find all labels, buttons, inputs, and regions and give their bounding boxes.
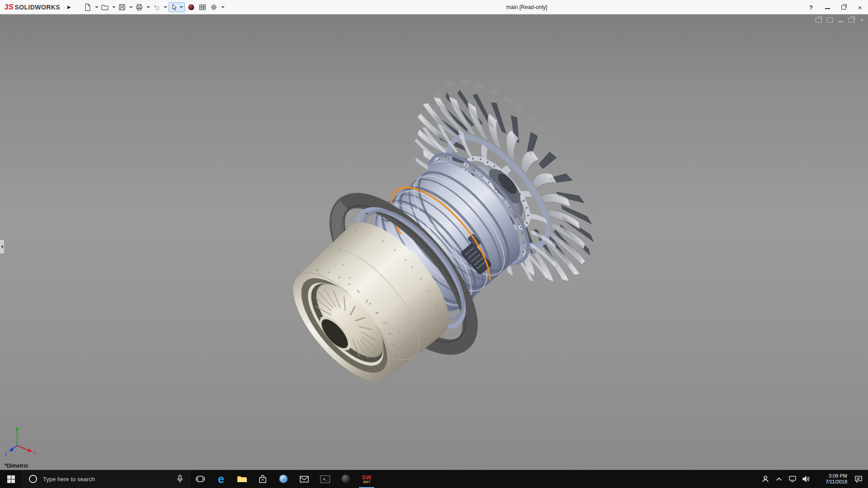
main-toolbar <box>83 2 225 12</box>
graphics-viewport[interactable]: × Y X Z *Dimetric <box>0 14 868 470</box>
select-tool-button[interactable] <box>169 2 185 12</box>
clock-date: 7/11/2018 <box>813 479 847 485</box>
people-button[interactable] <box>759 470 772 488</box>
doc-close-icon[interactable]: × <box>860 17 863 23</box>
taskbar-browser-ball[interactable] <box>273 470 294 488</box>
window-controls: ? × <box>803 0 868 14</box>
people-icon <box>761 475 769 483</box>
command-prompt-icon: >_ <box>320 475 330 483</box>
logo-wordmark: SOLIDWORKS <box>15 4 60 11</box>
cortana-icon <box>28 474 38 483</box>
taskbar-clock[interactable]: 3:09 PM 7/11/2018 <box>813 470 849 488</box>
jet-engine-model[interactable] <box>245 55 631 433</box>
tile-window-icon[interactable] <box>827 18 833 23</box>
taskbar-edge[interactable]: e <box>211 470 231 488</box>
search-input[interactable]: Type here to search <box>43 476 171 483</box>
action-center-button[interactable] <box>849 470 868 488</box>
action-center-icon <box>854 475 863 483</box>
print-button[interactable] <box>134 2 144 12</box>
open-button[interactable] <box>100 2 110 12</box>
file-explorer-icon <box>237 475 247 483</box>
network-icon <box>788 475 797 483</box>
options-dropdown[interactable] <box>221 6 225 8</box>
taskbar-store[interactable] <box>252 470 273 488</box>
restore-button[interactable] <box>835 0 852 14</box>
mail-icon <box>300 476 309 483</box>
options-gear-button[interactable] <box>209 2 219 12</box>
undo-button[interactable] <box>151 2 161 12</box>
windows-taskbar: Type here to search e <box>0 470 868 488</box>
taskbar-search[interactable]: Type here to search <box>22 470 190 488</box>
model-canvas[interactable] <box>0 14 868 470</box>
undo-dropdown[interactable] <box>164 6 167 8</box>
appearance-sphere-button[interactable] <box>186 2 196 12</box>
solidworks-app-icon: SW <box>362 475 372 480</box>
triad-x-label: X <box>33 451 36 455</box>
start-button[interactable] <box>0 470 22 488</box>
volume-icon <box>802 475 810 483</box>
dark-sphere-icon <box>341 474 351 484</box>
microphone-icon[interactable] <box>177 475 183 483</box>
triad-z-label: Z <box>5 452 7 456</box>
hidden-icons-button[interactable] <box>772 470 786 488</box>
help-button[interactable]: ? <box>803 0 819 14</box>
document-window-controls: × <box>816 17 863 23</box>
task-view-icon <box>196 475 205 483</box>
triad-y-label: Y <box>20 426 23 430</box>
print-dropdown[interactable] <box>146 6 150 8</box>
store-icon <box>259 475 267 483</box>
volume-button[interactable] <box>799 470 813 488</box>
orientation-triad: Y X Z <box>3 422 41 457</box>
system-tray: 3:09 PM 7/11/2018 <box>759 470 868 488</box>
new-window-icon[interactable] <box>816 18 821 23</box>
network-button[interactable] <box>786 470 799 488</box>
task-view-button[interactable] <box>190 470 211 488</box>
dassault-logo-icon: 3S <box>5 3 14 11</box>
close-button[interactable]: × <box>852 0 868 14</box>
edge-icon: e <box>218 474 224 485</box>
save-dropdown[interactable] <box>129 6 133 8</box>
expand-menu-arrow-icon[interactable]: ▶ <box>67 5 71 9</box>
design-table-button[interactable] <box>198 2 208 12</box>
doc-minimize-icon[interactable] <box>838 21 843 22</box>
view-orientation-label: *Dimetric <box>5 463 28 469</box>
new-document-dropdown[interactable] <box>95 6 99 8</box>
browser-ball-icon <box>278 474 288 484</box>
clock-time: 3:09 PM <box>813 473 847 479</box>
solidworks-logo: 3S SOLIDWORKS <box>5 3 60 11</box>
taskbar-dark-sphere-app[interactable] <box>335 470 356 488</box>
new-document-button[interactable] <box>83 2 93 12</box>
select-tool-dropdown[interactable] <box>179 6 183 8</box>
open-dropdown[interactable] <box>112 6 116 8</box>
windows-logo-icon <box>7 475 15 483</box>
feature-tree-collapse-tab[interactable] <box>0 239 5 254</box>
minimize-button[interactable] <box>819 0 835 14</box>
taskbar-mail[interactable] <box>294 470 315 488</box>
taskbar-file-explorer[interactable] <box>231 470 252 488</box>
window-title: main [Read-only] <box>506 0 547 14</box>
taskbar-solidworks-2017[interactable]: SW 2017 <box>356 470 377 488</box>
save-button[interactable] <box>117 2 127 12</box>
titlebar: 3S SOLIDWORKS ▶ <box>0 0 868 14</box>
chevron-up-icon <box>776 477 782 481</box>
doc-restore-icon[interactable] <box>849 18 854 23</box>
taskbar-command-prompt[interactable]: >_ <box>315 470 335 488</box>
